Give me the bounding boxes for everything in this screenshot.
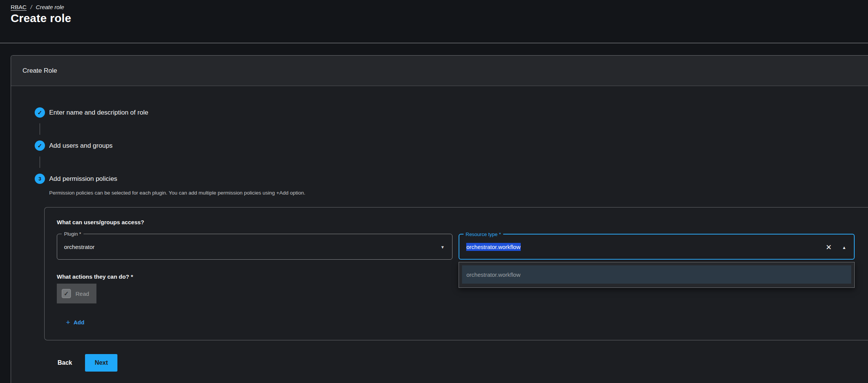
step-connector	[40, 156, 40, 168]
resource-type-dropdown: orchestrator.workflow	[459, 262, 855, 288]
back-button[interactable]: Back	[51, 354, 79, 372]
step-completed-check-icon: ✓	[35, 107, 45, 118]
step-number-icon: 3	[35, 174, 45, 184]
card-header: Create Role	[11, 56, 868, 86]
step-name-description: ✓ Enter name and description of role	[35, 107, 868, 118]
step-label: Enter name and description of role	[49, 109, 148, 116]
step-completed-check-icon: ✓	[35, 140, 45, 151]
page-header: RBAC / Create role Create role	[0, 0, 868, 43]
plugin-select-value: orchestrator	[57, 244, 95, 250]
plus-icon: +	[66, 319, 70, 326]
step-label: Add permission policies	[49, 175, 117, 183]
resource-type-input-value[interactable]: orchestrator.workflow	[466, 243, 521, 251]
access-question: What can users/groups access?	[57, 219, 855, 225]
read-action-label: Read	[75, 290, 89, 297]
dropdown-option[interactable]: orchestrator.workflow	[462, 265, 852, 284]
add-permission-label: Add	[74, 319, 84, 326]
resource-type-label: Resource type *	[464, 231, 504, 238]
plugin-resource-row: Plugin * orchestrator ▼ Resource type * …	[57, 234, 855, 260]
permission-policy-card: What can users/groups access? Plugin * o…	[44, 207, 868, 340]
step-label: Add users and groups	[49, 142, 112, 150]
breadcrumb: RBAC / Create role	[11, 4, 868, 10]
add-permission-button[interactable]: + Add	[60, 316, 90, 329]
chevron-up-icon[interactable]: ▲	[842, 246, 846, 250]
chevron-down-icon[interactable]: ▼	[441, 245, 445, 249]
plugin-select[interactable]: Plugin * orchestrator ▼	[57, 234, 452, 260]
step-permission-policies: 3 Add permission policies	[35, 174, 868, 184]
resource-type-combobox[interactable]: Resource type * orchestrator.workflow ✕ …	[459, 234, 855, 260]
checkbox-checked-icon: ✓	[62, 289, 71, 298]
page-title: Create role	[11, 12, 868, 25]
breadcrumb-separator: /	[30, 4, 32, 10]
breadcrumb-rbac-link[interactable]: RBAC	[11, 4, 27, 10]
step-users-groups: ✓ Add users and groups	[35, 140, 868, 151]
card-title: Create Role	[22, 67, 57, 75]
card-body: ✓ Enter name and description of role ✓ A…	[11, 86, 868, 383]
clear-icon[interactable]: ✕	[826, 243, 832, 252]
next-button[interactable]: Next	[85, 354, 117, 372]
stepper: ✓ Enter name and description of role ✓ A…	[35, 107, 868, 196]
create-role-card: Create Role ✓ Enter name and description…	[11, 55, 868, 383]
step-connector	[40, 123, 40, 135]
read-action-checkbox[interactable]: ✓ Read	[57, 284, 96, 303]
wizard-footer: Back Next	[51, 354, 868, 383]
plugin-select-label: Plugin *	[62, 231, 83, 237]
step-description: Permission policies can be selected for …	[49, 190, 868, 196]
breadcrumb-current: Create role	[36, 4, 64, 10]
